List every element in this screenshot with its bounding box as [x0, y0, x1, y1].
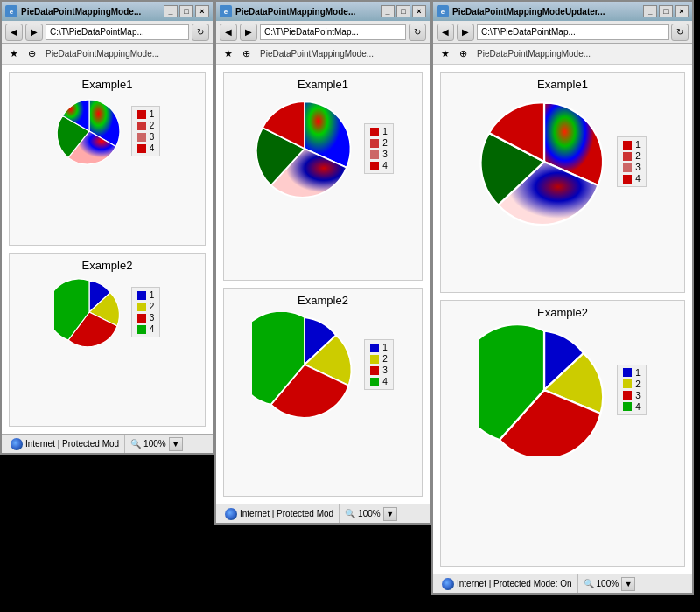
example1-title-win2: Example1: [298, 78, 348, 91]
legend-color-2c: [370, 150, 379, 159]
legend2-item-3d: 4: [623, 402, 640, 412]
maximize-button-3[interactable]: □: [659, 5, 673, 17]
page-content-2: Example1: [216, 65, 430, 504]
nav-bar-2: ◀ ▶ C:\T\PieDataPointMap... ↻: [216, 21, 430, 44]
example1-chart-row-win3: 1 2 3 4: [479, 96, 647, 227]
back-button-1[interactable]: ◀: [5, 24, 23, 41]
example2-section-win3: Example2 1: [440, 300, 685, 567]
zoom-button-2[interactable]: ▼: [383, 507, 397, 521]
legend2-label-3b: 2: [635, 379, 640, 389]
close-button-1[interactable]: ×: [195, 5, 209, 17]
refresh-button-1[interactable]: ↻: [192, 24, 209, 41]
refresh-button-3[interactable]: ↻: [671, 24, 689, 41]
add-fav-icon-3[interactable]: ⊕: [456, 47, 470, 61]
legend-color-3b: [623, 152, 632, 161]
title-bar-1: e PieDataPointMappingMode... _ □ ×: [2, 2, 213, 21]
legend2-label-1a: 1: [150, 290, 155, 300]
legend2-item-1c: 3: [137, 313, 155, 323]
maximize-button-2[interactable]: □: [396, 5, 410, 17]
legend2-label-2c: 3: [382, 365, 388, 375]
legend2-color-1d: [137, 325, 146, 334]
minimize-button-2[interactable]: _: [381, 5, 395, 17]
legend2-item-2c: 3: [370, 365, 388, 375]
status-zoom-3: 🔍 100% ▼: [578, 574, 641, 593]
example2-pie-win2: [252, 312, 357, 417]
legend-color-1a: [137, 110, 146, 119]
close-button-3[interactable]: ×: [675, 5, 689, 17]
status-bar-3: Internet | Protected Mode: On 🔍 100% ▼: [433, 574, 692, 593]
title-bar-2: e PieDataPointMappingMode... _ □ ×: [216, 2, 430, 21]
title-bar-buttons-3: _ □ ×: [643, 5, 689, 17]
title-bar-buttons-2: _ □ ×: [381, 5, 426, 17]
minimize-button-1[interactable]: _: [164, 5, 178, 17]
star-icon-1[interactable]: ★: [7, 47, 21, 61]
favorites-bar-3: ★ ⊕ PieDataPointMappingMode...: [433, 44, 692, 65]
legend-item-3a: 1: [623, 140, 640, 150]
status-zoom-1: 🔍 100% ▼: [125, 435, 188, 453]
legend2-item-2d: 4: [370, 377, 388, 386]
example2-chart-row-win3: 1 2 3 4: [479, 324, 647, 456]
minimize-button-3[interactable]: _: [643, 5, 657, 17]
favorites-bar-2: ★ ⊕ PieDataPointMappingMode...: [216, 44, 430, 65]
legend2-label-1c: 3: [150, 313, 155, 323]
status-zoom-2: 🔍 100% ▼: [340, 504, 402, 523]
fav-link-3[interactable]: PieDataPointMappingMode...: [473, 48, 594, 59]
add-fav-icon-1[interactable]: ⊕: [24, 47, 38, 61]
example1-chart-row-win2: 1 2 3 4: [252, 96, 394, 201]
legend-label-2d: 4: [382, 161, 388, 170]
close-button-2[interactable]: ×: [412, 5, 426, 17]
legend2-label-2a: 1: [382, 343, 388, 352]
address-bar-3[interactable]: C:\T\PieDataPointMap...: [477, 24, 668, 40]
legend-item-1b: 2: [137, 121, 155, 130]
refresh-button-2[interactable]: ↻: [409, 24, 426, 41]
status-internet-1: Internet | Protected Mod: [5, 435, 125, 453]
globe-icon-1: [10, 438, 23, 450]
legend-label-3d: 4: [635, 174, 640, 184]
browser-window-2: e PieDataPointMappingMode... _ □ × ◀ ▶ C…: [214, 0, 431, 525]
example2-legend-win1: 1 2 3 4: [131, 287, 161, 337]
title-text-1: PieDataPointMappingMode...: [21, 7, 160, 17]
back-button-3[interactable]: ◀: [437, 24, 454, 41]
fav-link-text-2: PieDataPointMappingMode...: [260, 49, 374, 59]
legend-color-3a: [623, 141, 632, 150]
legend2-color-1a: [137, 291, 146, 300]
fav-link-2[interactable]: PieDataPointMappingMode...: [256, 48, 377, 59]
example1-legend-win3: 1 2 3 4: [617, 136, 647, 187]
add-fav-icon-2[interactable]: ⊕: [239, 47, 253, 61]
legend2-label-3c: 3: [635, 391, 640, 400]
legend2-item-1a: 1: [137, 290, 155, 300]
legend2-item-3a: 1: [623, 368, 640, 378]
legend-item-3d: 4: [623, 174, 640, 184]
zoom-button-1[interactable]: ▼: [169, 437, 183, 451]
forward-button-1[interactable]: ▶: [25, 24, 43, 41]
zoom-text-3: 100%: [597, 579, 620, 588]
forward-button-2[interactable]: ▶: [240, 24, 257, 41]
forward-button-3[interactable]: ▶: [457, 24, 474, 41]
zoom-button-3[interactable]: ▼: [621, 577, 635, 591]
legend-label-2b: 2: [382, 138, 388, 148]
legend-item-1d: 4: [137, 143, 155, 153]
status-bar-1: Internet | Protected Mod 🔍 100% ▼: [2, 434, 213, 453]
ie-icon-3: e: [437, 5, 449, 17]
example1-svg-win1: [54, 96, 124, 166]
legend2-label-1d: 4: [150, 324, 155, 334]
legend-color-2a: [370, 128, 379, 136]
fav-link-text-1: PieDataPointMappingMode...: [46, 49, 159, 59]
example2-chart-row-win1: 1 2 3 4: [54, 277, 161, 347]
address-bar-1[interactable]: C:\T\PieDataPointMap...: [46, 24, 189, 40]
address-bar-2[interactable]: C:\T\PieDataPointMap...: [260, 24, 406, 40]
legend-color-2b: [370, 139, 379, 148]
example2-chart-row-win2: 1 2 3 4: [252, 312, 394, 417]
browser-window-1: e PieDataPointMappingMode... _ □ × ◀ ▶ C…: [0, 0, 214, 455]
back-button-2[interactable]: ◀: [220, 24, 237, 41]
fav-link-1[interactable]: PieDataPointMappingMode...: [42, 48, 163, 59]
legend-label-3b: 2: [635, 151, 640, 161]
address-text-2: C:\T\PieDataPointMap...: [264, 27, 359, 37]
example2-svg-win1: [54, 277, 124, 347]
star-icon-2[interactable]: ★: [221, 47, 235, 61]
star-icon-3[interactable]: ★: [438, 47, 452, 61]
legend-color-2d: [370, 162, 379, 170]
example2-title-win1: Example2: [82, 259, 133, 272]
example1-legend-win2: 1 2 3 4: [364, 123, 394, 174]
maximize-button-1[interactable]: □: [179, 5, 193, 17]
